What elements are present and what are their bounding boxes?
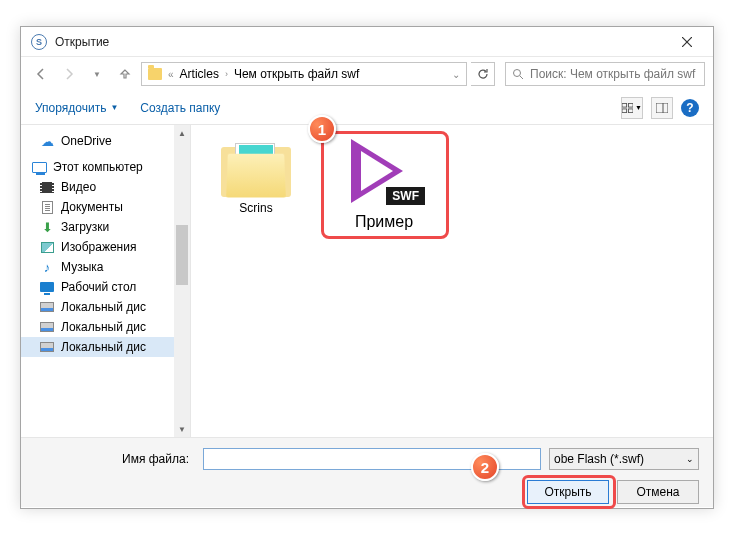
- pc-icon: [31, 160, 47, 174]
- annotation-marker-2: 2: [471, 453, 499, 481]
- svg-rect-6: [622, 108, 627, 112]
- film-icon: [39, 180, 55, 194]
- sidebar-item-onedrive[interactable]: ☁OneDrive: [21, 131, 190, 151]
- up-button[interactable]: [113, 62, 137, 86]
- document-icon: [39, 200, 55, 214]
- svg-rect-5: [628, 103, 633, 107]
- disk-icon: [39, 320, 55, 334]
- sidebar: ☁OneDrive Этот компьютер Видео Документы…: [21, 125, 191, 437]
- sidebar-item-videos[interactable]: Видео: [21, 177, 190, 197]
- open-file-dialog: S Открытие ▼ « Articles › Чем открыть фа…: [20, 26, 714, 509]
- sidebar-item-this-pc[interactable]: Этот компьютер: [21, 157, 190, 177]
- titlebar: S Открытие: [21, 27, 713, 57]
- sidebar-item-documents[interactable]: Документы: [21, 197, 190, 217]
- sidebar-item-disk[interactable]: Локальный дис: [21, 337, 190, 357]
- dialog-footer: Имя файла: obe Flash (*.swf)⌄ Открыть От…: [21, 437, 713, 507]
- app-icon: S: [31, 34, 47, 50]
- sidebar-item-disk[interactable]: Локальный дис: [21, 317, 190, 337]
- window-title: Открытие: [55, 35, 109, 49]
- breadcrumb-part[interactable]: Articles: [180, 67, 219, 81]
- annotation-highlight: [522, 475, 616, 509]
- cancel-button[interactable]: Отмена: [617, 480, 699, 504]
- music-icon: ♪: [39, 260, 55, 274]
- folder-label: Scrins: [239, 201, 272, 215]
- view-button[interactable]: ▼: [621, 97, 643, 119]
- filetype-select[interactable]: obe Flash (*.swf)⌄: [549, 448, 699, 470]
- svg-rect-7: [628, 108, 633, 112]
- annotation-marker-1: 1: [308, 115, 336, 143]
- cloud-icon: ☁: [39, 134, 55, 148]
- sidebar-item-pictures[interactable]: Изображения: [21, 237, 190, 257]
- nav-row: ▼ « Articles › Чем открыть файл swf ⌄ По…: [21, 57, 713, 91]
- swf-file-item[interactable]: SWF Пример: [329, 141, 439, 231]
- desktop-icon: [39, 280, 55, 294]
- recent-dropdown[interactable]: ▼: [85, 62, 109, 86]
- sidebar-item-music[interactable]: ♪Музыка: [21, 257, 190, 277]
- disk-icon: [39, 300, 55, 314]
- sidebar-item-disk[interactable]: Локальный дис: [21, 297, 190, 317]
- sidebar-scrollbar[interactable]: ▲ ▼: [174, 125, 190, 437]
- folder-item[interactable]: Scrins: [211, 141, 301, 215]
- download-icon: ⬇: [39, 220, 55, 234]
- preview-pane-button[interactable]: [651, 97, 673, 119]
- new-folder-button[interactable]: Создать папку: [140, 101, 220, 115]
- file-pane[interactable]: Scrins SWF Пример: [191, 125, 713, 437]
- sidebar-item-downloads[interactable]: ⬇Загрузки: [21, 217, 190, 237]
- close-button[interactable]: [667, 30, 707, 54]
- help-button[interactable]: ?: [681, 99, 699, 117]
- swf-icon: SWF: [343, 141, 425, 209]
- back-button[interactable]: [29, 62, 53, 86]
- toolbar: Упорядочить▼ Создать папку ▼ ?: [21, 91, 713, 125]
- refresh-button[interactable]: [471, 62, 495, 86]
- disk-icon: [39, 340, 55, 354]
- chevron-down-icon[interactable]: ⌄: [452, 69, 460, 80]
- organize-button[interactable]: Упорядочить▼: [35, 101, 118, 115]
- forward-button[interactable]: [57, 62, 81, 86]
- sidebar-item-desktop[interactable]: Рабочий стол: [21, 277, 190, 297]
- scroll-down-icon[interactable]: ▼: [174, 421, 190, 437]
- svg-line-3: [520, 76, 523, 79]
- scroll-thumb[interactable]: [176, 225, 188, 285]
- search-icon: [512, 68, 524, 80]
- svg-point-2: [514, 70, 521, 77]
- chevron-right-icon: ›: [225, 69, 228, 79]
- folder-large-icon: [221, 141, 291, 197]
- svg-rect-8: [656, 103, 668, 113]
- scroll-up-icon[interactable]: ▲: [174, 125, 190, 141]
- filename-label: Имя файла:: [35, 452, 195, 466]
- svg-rect-4: [622, 103, 627, 107]
- address-bar[interactable]: « Articles › Чем открыть файл swf ⌄: [141, 62, 467, 86]
- image-icon: [39, 240, 55, 254]
- breadcrumb-part[interactable]: Чем открыть файл swf: [234, 67, 359, 81]
- folder-icon: [148, 68, 162, 80]
- search-input[interactable]: Поиск: Чем открыть файл swf: [505, 62, 705, 86]
